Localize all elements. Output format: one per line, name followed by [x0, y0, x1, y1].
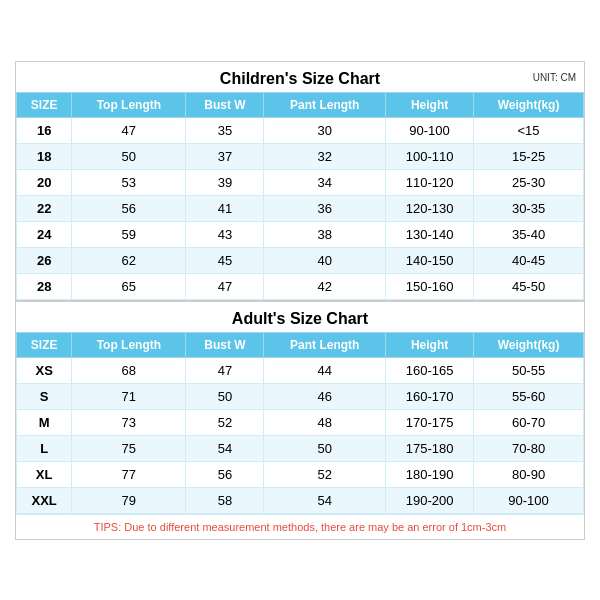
children-header-cell: Height	[386, 92, 474, 117]
table-cell: 24	[17, 221, 72, 247]
table-cell: 18	[17, 143, 72, 169]
table-cell: 28	[17, 273, 72, 299]
table-cell: 25-30	[474, 169, 584, 195]
table-cell: 77	[72, 461, 186, 487]
children-section-title: Children's Size Chart UNIT: CM	[16, 62, 584, 92]
table-cell: 120-130	[386, 195, 474, 221]
table-cell: 43	[186, 221, 264, 247]
table-row: 26624540140-15040-45	[17, 247, 584, 273]
table-cell: 45	[186, 247, 264, 273]
table-row: M735248170-17560-70	[17, 409, 584, 435]
table-cell: 56	[72, 195, 186, 221]
table-cell: 42	[264, 273, 386, 299]
table-cell: 160-165	[386, 357, 474, 383]
unit-label: UNIT: CM	[533, 71, 576, 82]
table-cell: 180-190	[386, 461, 474, 487]
table-cell: 55-60	[474, 383, 584, 409]
table-row: L755450175-18070-80	[17, 435, 584, 461]
table-cell: 50	[72, 143, 186, 169]
table-cell: 48	[264, 409, 386, 435]
table-cell: 44	[264, 357, 386, 383]
table-cell: 16	[17, 117, 72, 143]
table-row: S715046160-17055-60	[17, 383, 584, 409]
table-cell: 73	[72, 409, 186, 435]
table-cell: 62	[72, 247, 186, 273]
children-table-body: 1647353090-100<1518503732100-11015-25205…	[17, 117, 584, 299]
children-title-text: Children's Size Chart	[220, 70, 380, 87]
table-cell: 90-100	[474, 487, 584, 513]
table-cell: 22	[17, 195, 72, 221]
table-row: XS684744160-16550-55	[17, 357, 584, 383]
table-cell: 56	[186, 461, 264, 487]
table-cell: 20	[17, 169, 72, 195]
adults-table-header: SIZETop LengthBust WPant LengthHeightWei…	[17, 332, 584, 357]
table-row: 18503732100-11015-25	[17, 143, 584, 169]
table-cell: 47	[186, 273, 264, 299]
table-row: 22564136120-13030-35	[17, 195, 584, 221]
table-cell: M	[17, 409, 72, 435]
table-cell: 65	[72, 273, 186, 299]
table-cell: S	[17, 383, 72, 409]
table-cell: 47	[186, 357, 264, 383]
adults-header-cell: Pant Length	[264, 332, 386, 357]
children-header-cell: Weight(kg)	[474, 92, 584, 117]
table-cell: 46	[264, 383, 386, 409]
children-table: SIZETop LengthBust WPant LengthHeightWei…	[16, 92, 584, 300]
table-cell: XS	[17, 357, 72, 383]
table-cell: 50	[186, 383, 264, 409]
table-cell: 52	[186, 409, 264, 435]
table-row: 24594338130-14035-40	[17, 221, 584, 247]
adults-table: SIZETop LengthBust WPant LengthHeightWei…	[16, 332, 584, 514]
table-cell: 68	[72, 357, 186, 383]
table-cell: 34	[264, 169, 386, 195]
table-cell: 160-170	[386, 383, 474, 409]
adults-header-cell: Top Length	[72, 332, 186, 357]
table-cell: 59	[72, 221, 186, 247]
adults-header-cell: Weight(kg)	[474, 332, 584, 357]
children-header-cell: Pant Length	[264, 92, 386, 117]
table-cell: 52	[264, 461, 386, 487]
adults-table-body: XS684744160-16550-55S715046160-17055-60M…	[17, 357, 584, 513]
table-cell: XXL	[17, 487, 72, 513]
table-cell: 58	[186, 487, 264, 513]
table-cell: 54	[186, 435, 264, 461]
adults-header-cell: Bust W	[186, 332, 264, 357]
table-cell: 35	[186, 117, 264, 143]
table-cell: 45-50	[474, 273, 584, 299]
table-row: 28654742150-16045-50	[17, 273, 584, 299]
table-cell: 75	[72, 435, 186, 461]
table-cell: 90-100	[386, 117, 474, 143]
table-cell: 54	[264, 487, 386, 513]
table-cell: 35-40	[474, 221, 584, 247]
tips-text: TIPS: Due to different measurement metho…	[16, 514, 584, 539]
table-cell: 39	[186, 169, 264, 195]
table-row: XXL795854190-20090-100	[17, 487, 584, 513]
children-table-header: SIZETop LengthBust WPant LengthHeightWei…	[17, 92, 584, 117]
table-cell: 36	[264, 195, 386, 221]
table-cell: 110-120	[386, 169, 474, 195]
adults-header-cell: Height	[386, 332, 474, 357]
table-cell: 26	[17, 247, 72, 273]
table-cell: 30-35	[474, 195, 584, 221]
table-cell: 60-70	[474, 409, 584, 435]
table-cell: 38	[264, 221, 386, 247]
table-cell: 130-140	[386, 221, 474, 247]
adults-header-row: SIZETop LengthBust WPant LengthHeightWei…	[17, 332, 584, 357]
table-cell: L	[17, 435, 72, 461]
children-header-cell: SIZE	[17, 92, 72, 117]
table-cell: 70-80	[474, 435, 584, 461]
table-cell: 190-200	[386, 487, 474, 513]
table-cell: 50-55	[474, 357, 584, 383]
table-cell: 15-25	[474, 143, 584, 169]
adults-section-title: Adult's Size Chart	[16, 300, 584, 332]
table-row: XL775652180-19080-90	[17, 461, 584, 487]
table-cell: 41	[186, 195, 264, 221]
children-header-cell: Top Length	[72, 92, 186, 117]
table-cell: 50	[264, 435, 386, 461]
table-cell: 150-160	[386, 273, 474, 299]
table-row: 1647353090-100<15	[17, 117, 584, 143]
table-cell: <15	[474, 117, 584, 143]
size-chart-container: Children's Size Chart UNIT: CM SIZETop L…	[15, 61, 585, 540]
table-cell: 47	[72, 117, 186, 143]
table-cell: 32	[264, 143, 386, 169]
